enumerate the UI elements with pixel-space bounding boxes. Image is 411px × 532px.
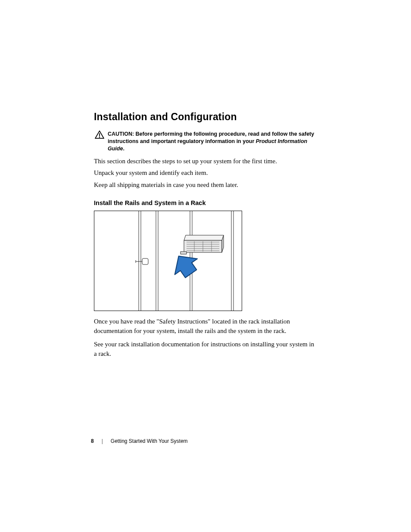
paragraph-after-figure-1: Once you have read the "Safety Instructi… <box>94 317 318 336</box>
caution-body-2: . <box>123 146 124 152</box>
paragraph-keep-materials: Keep all shipping materials in case you … <box>94 180 318 190</box>
caution-text: CAUTION: Before performing the following… <box>108 131 318 152</box>
svg-rect-6 <box>142 258 148 264</box>
paragraph-intro: This section describes the steps to set … <box>94 157 318 166</box>
page-footer: 8 | Getting Started With Your System <box>91 438 188 444</box>
svg-point-1 <box>99 137 100 137</box>
svg-marker-13 <box>184 235 224 240</box>
svg-marker-24 <box>181 252 187 254</box>
subhead-install-rails: Install the Rails and System in a Rack <box>94 199 318 206</box>
paragraph-after-figure-2: See your rack installation documentation… <box>94 340 318 359</box>
rack-installation-figure <box>94 211 242 311</box>
page-number: 8 <box>91 438 94 444</box>
footer-section-name: Getting Started With Your System <box>111 438 188 444</box>
paragraph-unpack: Unpack your system and identify each ite… <box>94 168 318 178</box>
section-title: Installation and Configuration <box>94 111 318 123</box>
footer-divider: | <box>102 438 103 444</box>
page-content: Installation and Configuration CAUTION: … <box>94 111 318 361</box>
caution-block: CAUTION: Before performing the following… <box>95 131 318 152</box>
caution-label: CAUTION: <box>108 131 134 137</box>
caution-icon <box>95 131 104 139</box>
